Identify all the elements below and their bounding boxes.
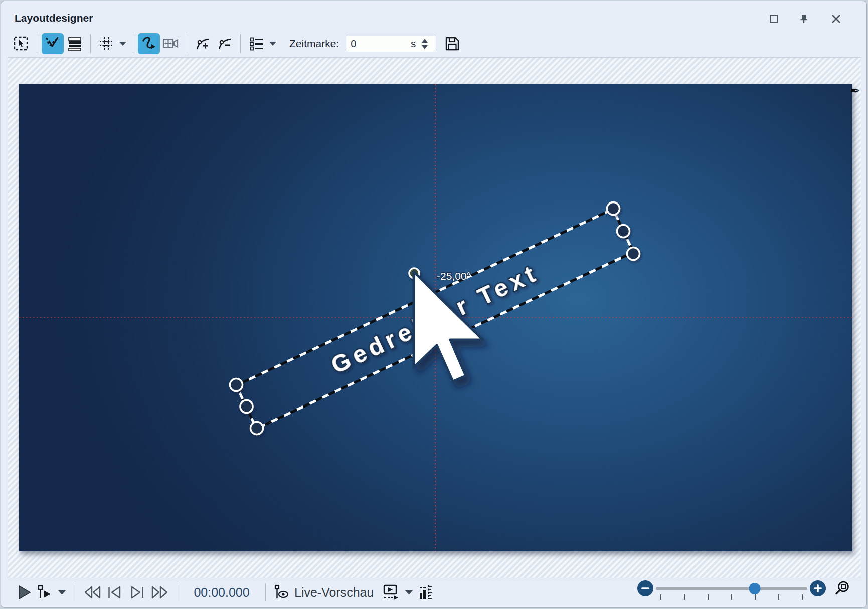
- camera-pan-icon: [162, 36, 180, 52]
- grid-button[interactable]: [95, 33, 117, 54]
- grid-icon: [98, 36, 114, 52]
- play-icon: [17, 585, 31, 600]
- zeitmarke-input[interactable]: [346, 38, 401, 50]
- skip-start-icon: [107, 586, 122, 599]
- zoom-in-button[interactable]: [810, 580, 826, 596]
- rotation-angle-label: -25,00°: [437, 270, 471, 282]
- maximize-icon: [770, 15, 777, 22]
- save-timemark-button[interactable]: [444, 36, 460, 52]
- separator: [187, 34, 187, 53]
- workspace: Gedrehter Text -25,00° ✒: [8, 57, 861, 578]
- smooth-curve-tool-button[interactable]: [138, 33, 160, 54]
- chevron-down-icon: [405, 590, 413, 595]
- time-display: 00:00.000: [185, 585, 259, 600]
- zoom-slider: [633, 579, 863, 605]
- object-list-button[interactable]: [245, 33, 267, 54]
- spinner-up-button[interactable]: [422, 39, 428, 43]
- canvas-overlay: Gedrehter Text -25,00°: [19, 84, 852, 551]
- separator: [75, 583, 75, 601]
- zoom-fit-button[interactable]: [836, 582, 848, 594]
- preview-options-dropdown[interactable]: [402, 581, 416, 603]
- zoom-slider-ticks: [661, 594, 802, 600]
- zeitmarke-unit: s: [401, 38, 416, 50]
- play-from-here-button[interactable]: [34, 581, 55, 603]
- rewind-icon: [84, 586, 102, 599]
- remove-curve-point-button[interactable]: [214, 33, 236, 54]
- add-point-icon: [195, 36, 211, 52]
- rewind-button[interactable]: [82, 581, 104, 603]
- close-button[interactable]: [829, 12, 842, 25]
- chevron-down-icon: [269, 42, 276, 46]
- preview-window-icon: [383, 584, 400, 600]
- play-options-dropdown[interactable]: [55, 581, 68, 603]
- list-icon: [249, 36, 264, 51]
- bottom-toolbar: 00:00.000 Live-Vorschau: [1, 578, 866, 606]
- spinner-down-button[interactable]: [422, 45, 428, 49]
- separator: [133, 34, 133, 53]
- minus-icon: [641, 587, 649, 589]
- layers-icon: [67, 36, 82, 51]
- motion-path-icon: [44, 35, 61, 52]
- pin-icon: [798, 13, 809, 24]
- s-curve-icon: [140, 35, 157, 52]
- skip-end-icon: [129, 586, 144, 599]
- handle-bottom-left[interactable]: [251, 422, 263, 435]
- layout-canvas[interactable]: Gedrehter Text -25,00°: [19, 84, 852, 551]
- camera-pan-button[interactable]: [160, 33, 182, 54]
- select-tool-button[interactable]: [10, 33, 32, 54]
- layoutdesigner-window: Layoutdesigner: [1, 1, 867, 608]
- separator: [240, 34, 241, 53]
- select-tool-icon: [13, 36, 29, 52]
- zoom-slider-thumb[interactable]: [749, 583, 761, 594]
- toolbar: Zeitmarke: s: [1, 30, 866, 57]
- close-icon: [831, 14, 841, 24]
- add-curve-point-button[interactable]: [192, 33, 214, 54]
- measure-button[interactable]: [416, 581, 436, 603]
- separator: [265, 583, 266, 601]
- handle-top-right[interactable]: [607, 202, 620, 215]
- grid-options-dropdown[interactable]: [117, 33, 128, 54]
- skip-to-end-button[interactable]: [126, 581, 148, 603]
- marker-eye-icon: [273, 584, 289, 600]
- window-title: Layoutdesigner: [15, 12, 93, 24]
- zoom-out-button[interactable]: [637, 580, 653, 596]
- titlebar: Layoutdesigner: [1, 1, 866, 29]
- live-preview-label: Live-Vorschau: [294, 585, 374, 600]
- play-button[interactable]: [14, 581, 34, 603]
- object-list-dropdown[interactable]: [267, 33, 278, 54]
- save-icon: [444, 36, 460, 52]
- remove-point-icon: [217, 36, 233, 52]
- live-preview-toggle[interactable]: [272, 581, 290, 603]
- fast-forward-icon: [150, 586, 168, 599]
- fast-forward-button[interactable]: [148, 581, 171, 603]
- skip-to-start-button[interactable]: [104, 581, 126, 603]
- handle-left-middle[interactable]: [240, 400, 253, 413]
- layers-button[interactable]: [64, 33, 86, 54]
- maximize-button[interactable]: [767, 12, 780, 25]
- zoom-slider-track[interactable]: [656, 587, 807, 590]
- play-from-marker-icon: [37, 585, 53, 600]
- separator: [90, 34, 91, 53]
- zeitmarke-label: Zeitmarke:: [289, 38, 339, 50]
- pin-button[interactable]: [797, 12, 810, 25]
- zeitmarke-field: s: [346, 36, 436, 52]
- handle-top-left[interactable]: [230, 379, 243, 391]
- handle-right-middle[interactable]: [617, 225, 630, 238]
- ruler-chart-icon: [418, 584, 433, 601]
- chevron-down-icon: [58, 590, 66, 595]
- preview-window-button[interactable]: [381, 581, 402, 603]
- chevron-down-icon: [119, 42, 126, 46]
- separator: [178, 583, 178, 601]
- separator: [37, 34, 37, 53]
- handle-bottom-right[interactable]: [627, 248, 640, 260]
- edit-pen-icon: ✒: [850, 84, 860, 98]
- show-path-toggle[interactable]: [42, 33, 64, 54]
